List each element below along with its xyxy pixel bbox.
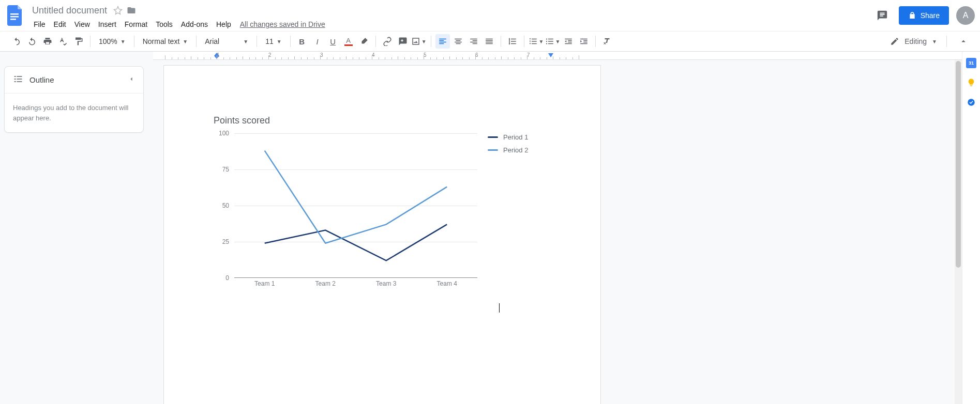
document-page[interactable]: Points scored 0255075100 Team 1Team 2Tea… <box>163 65 601 404</box>
share-button[interactable]: Share <box>899 6 949 25</box>
line-spacing-button[interactable] <box>505 34 520 49</box>
save-status[interactable]: All changes saved in Drive <box>236 18 329 30</box>
redo-button[interactable] <box>25 34 39 49</box>
calendar-addon-icon[interactable]: 31 <box>966 58 976 68</box>
align-center-button[interactable] <box>451 34 465 49</box>
toolbar: 100%▼ Normal text▼ Arial▼ 11▼ B I U A ▼ … <box>0 31 980 52</box>
chart-legend: Period 1Period 2 <box>488 133 528 288</box>
menu-tools[interactable]: Tools <box>152 18 176 30</box>
font-size-select[interactable]: 11▼ <box>261 34 285 49</box>
outline-title: Outline <box>29 75 54 84</box>
underline-button[interactable]: U <box>326 34 340 49</box>
text-color-button[interactable]: A <box>341 34 356 49</box>
add-comment-button[interactable] <box>396 34 410 49</box>
menu-file[interactable]: File <box>30 18 49 30</box>
numbered-list-button[interactable]: ▼ <box>529 34 544 49</box>
svg-point-5 <box>546 43 547 44</box>
insert-image-button[interactable]: ▼ <box>411 34 427 49</box>
svg-rect-2 <box>10 19 16 20</box>
menu-insert[interactable]: Insert <box>95 18 120 30</box>
increase-indent-button[interactable] <box>577 34 591 49</box>
legend-item: Period 2 <box>488 146 528 154</box>
keep-addon-icon[interactable] <box>966 77 976 88</box>
docs-logo[interactable] <box>5 3 26 28</box>
svg-point-4 <box>546 41 547 42</box>
horizontal-ruler[interactable]: 1234567 <box>153 52 962 60</box>
menu-edit[interactable]: Edit <box>50 18 70 30</box>
menu-bar: File Edit View Insert Format Tools Add-o… <box>30 18 329 31</box>
align-right-button[interactable] <box>466 34 481 49</box>
align-justify-button[interactable] <box>482 34 496 49</box>
outline-list-icon <box>13 74 23 86</box>
outline-collapse-button[interactable] <box>128 75 135 84</box>
scrollbar-thumb[interactable] <box>956 61 961 268</box>
editing-mode-label: Editing <box>904 37 927 45</box>
side-panel-rail: 31 <box>962 52 980 404</box>
bold-button[interactable]: B <box>295 34 309 49</box>
font-select[interactable]: Arial▼ <box>201 34 252 49</box>
star-icon[interactable] <box>113 6 123 15</box>
menu-format[interactable]: Format <box>121 18 151 30</box>
menu-addons[interactable]: Add-ons <box>177 18 212 30</box>
account-avatar[interactable]: A <box>956 6 975 25</box>
svg-point-3 <box>546 38 547 39</box>
legend-item: Period 1 <box>488 133 528 141</box>
svg-rect-1 <box>10 16 19 18</box>
menu-help[interactable]: Help <box>213 18 235 30</box>
italic-button[interactable]: I <box>310 34 325 49</box>
embedded-chart[interactable]: Points scored 0255075100 Team 1Team 2Tea… <box>214 115 534 288</box>
collapse-toolbar-button[interactable] <box>956 34 971 49</box>
outline-empty-text: Headings you add to the document will ap… <box>5 94 143 132</box>
highlight-button[interactable] <box>357 34 371 49</box>
paragraph-style-select[interactable]: Normal text▼ <box>139 34 192 49</box>
vertical-scrollbar[interactable] <box>955 60 962 404</box>
svg-point-6 <box>968 99 975 106</box>
open-comments-button[interactable] <box>873 6 892 25</box>
tasks-addon-icon[interactable] <box>966 97 976 107</box>
clear-formatting-button[interactable] <box>600 34 614 49</box>
zoom-select[interactable]: 100%▼ <box>95 34 130 49</box>
undo-button[interactable] <box>9 34 24 49</box>
move-folder-icon[interactable] <box>127 6 136 15</box>
outline-panel: Outline Headings you add to the document… <box>4 66 144 133</box>
bulleted-list-button[interactable]: ▼ <box>545 34 561 49</box>
menu-view[interactable]: View <box>71 18 94 30</box>
chart-title: Points scored <box>214 115 534 126</box>
share-label: Share <box>921 11 940 20</box>
decrease-indent-button[interactable] <box>561 34 576 49</box>
editing-mode-button[interactable]: Editing ▼ <box>885 34 942 49</box>
insert-link-button[interactable] <box>380 34 395 49</box>
paint-format-button[interactable] <box>71 34 86 49</box>
spellcheck-button[interactable] <box>56 34 70 49</box>
align-left-button[interactable] <box>435 34 450 49</box>
document-title[interactable]: Untitled document <box>30 4 109 17</box>
lock-icon <box>908 11 916 20</box>
svg-rect-0 <box>10 13 19 15</box>
print-button[interactable] <box>40 34 55 49</box>
pencil-icon <box>890 37 899 46</box>
text-cursor <box>499 303 500 313</box>
